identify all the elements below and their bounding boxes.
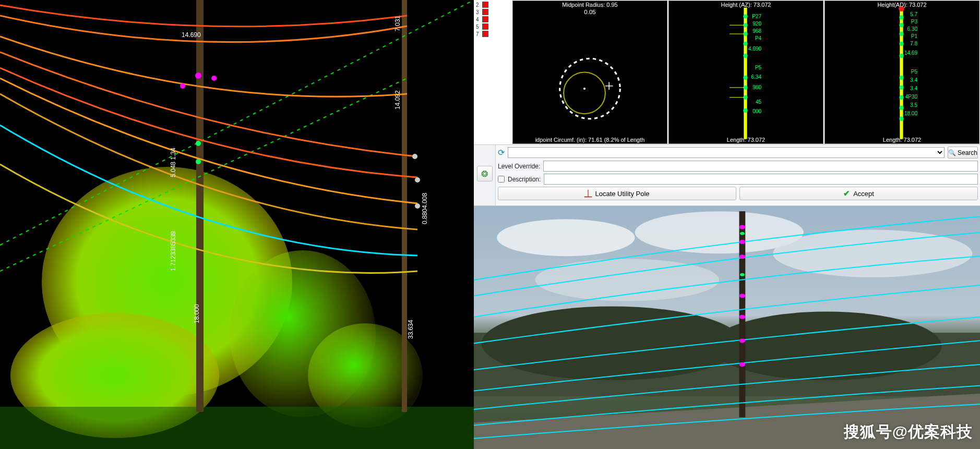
- mini-bottom: Length: 73.072: [825, 137, 979, 143]
- legend-num: 7: [476, 31, 479, 37]
- label-mid-l2: 1.7123385339: [170, 231, 177, 271]
- svg-point-39: [899, 23, 903, 27]
- svg-point-43: [899, 76, 903, 80]
- svg-point-10: [180, 83, 185, 89]
- svg-point-42: [899, 54, 903, 58]
- search-dropdown[interactable]: [508, 147, 945, 158]
- description-input[interactable]: [544, 174, 978, 185]
- marker-label: 6.34: [751, 74, 761, 80]
- label-right-1: 7.031: [394, 16, 401, 31]
- marker-label: 980: [752, 84, 761, 90]
- label-ground: 18.000: [193, 304, 200, 323]
- svg-point-62: [739, 338, 746, 343]
- marker-label: P1: [911, 33, 917, 39]
- marker-label: 45: [756, 99, 761, 105]
- side-icon-column: ❂: [474, 145, 496, 205]
- level-override-label: Level Override:: [498, 163, 540, 170]
- svg-point-14: [412, 154, 417, 159]
- midpoint-svg: 0.05: [513, 1, 667, 143]
- label-right-2: 14.092: [394, 90, 401, 110]
- svg-point-44: [899, 86, 903, 90]
- main-lidar-viewport[interactable]: 14.690 7.031 14.092 5.048 1.34 1.7123385…: [0, 0, 474, 449]
- mini-title: Height (AZ): 73.072: [669, 2, 823, 8]
- description-label: Description:: [508, 176, 541, 183]
- svg-point-40: [899, 32, 903, 36]
- svg-point-26: [743, 42, 747, 46]
- locate-utility-pole-button[interactable]: ⏊ Locate Utility Pole: [498, 187, 736, 200]
- svg-point-47: [899, 117, 903, 121]
- refresh-icon[interactable]: ⟳: [498, 148, 505, 157]
- legend-swatch: [482, 23, 488, 30]
- svg-point-28: [743, 76, 747, 80]
- marker-label: 14.69: [904, 50, 917, 56]
- search-icon: 🔍: [948, 149, 956, 156]
- svg-point-16: [415, 203, 420, 209]
- midpoint-center-value: 0.05: [584, 9, 595, 15]
- height-az-view[interactable]: Height (AZ): 73.072 P27 920 968 P4 4.690…: [668, 1, 823, 144]
- label-top-pole: 14.690: [182, 31, 201, 39]
- level-override-input[interactable]: [543, 161, 978, 172]
- svg-point-61: [739, 315, 746, 319]
- marker-label: P4: [755, 35, 761, 41]
- marker-label: 920: [752, 21, 761, 27]
- svg-point-63: [739, 362, 746, 367]
- lidar-svg: [0, 0, 474, 449]
- marker-label: P3: [911, 19, 917, 25]
- height-ad-view[interactable]: Height(AD): 73.072 5.7 P3 6.30 P1 7.8 14…: [824, 1, 979, 144]
- mini-view-row: 2 3 4 5 7 Midpoint Radius: 0.95 0.05 idp…: [474, 0, 980, 145]
- street-svg: [474, 206, 980, 449]
- marker-label: 3.4: [910, 77, 917, 83]
- svg-point-23: [743, 14, 747, 18]
- label-right-3: 0.8804.008: [421, 193, 428, 224]
- svg-point-64: [740, 232, 745, 235]
- svg-point-13: [196, 159, 201, 164]
- locate-button-label: Locate Utility Pole: [595, 190, 649, 198]
- svg-point-19: [583, 88, 585, 90]
- midpoint-radius-view[interactable]: Midpoint Radius: 0.95 0.05 idpoint Circu…: [512, 1, 667, 144]
- marker-label: 000: [752, 108, 761, 114]
- svg-point-57: [739, 225, 746, 229]
- label-right-4: 33.634: [407, 320, 414, 339]
- svg-point-58: [739, 240, 746, 244]
- accept-button[interactable]: ✔ Accept: [739, 187, 978, 200]
- svg-point-48: [497, 219, 635, 256]
- marker-label: P5: [755, 65, 761, 70]
- svg-point-60: [739, 294, 746, 298]
- svg-point-9: [195, 72, 201, 79]
- svg-rect-4: [0, 407, 474, 449]
- marker-label: 968: [752, 28, 761, 34]
- marker-label: 3.5: [910, 102, 917, 108]
- svg-point-24: [743, 23, 747, 27]
- legend-swatch: [482, 9, 488, 15]
- legend-num: 5: [476, 24, 479, 30]
- search-button[interactable]: 🔍 Search: [948, 147, 978, 159]
- marker-label: P27: [752, 14, 761, 19]
- svg-point-65: [740, 273, 745, 276]
- svg-point-59: [739, 254, 746, 259]
- svg-point-17: [560, 58, 620, 119]
- marker-label: 3.4: [910, 86, 917, 91]
- marker-label: 4.690: [748, 46, 761, 52]
- legend-num: 4: [476, 17, 479, 22]
- legend-swatch: [482, 2, 488, 8]
- svg-point-41: [899, 42, 903, 46]
- watermark-text: 搜狐号@优案科技: [844, 421, 973, 443]
- accept-button-label: Accept: [853, 190, 874, 198]
- street-level-view[interactable]: 搜狐号@优案科技: [474, 206, 980, 449]
- class-legend: 2 3 4 5 7: [474, 0, 512, 144]
- globe-button[interactable]: ❂: [477, 166, 493, 181]
- right-pane: 2 3 4 5 7 Midpoint Radius: 0.95 0.05 idp…: [474, 0, 980, 449]
- marker-label: 6.30: [907, 26, 917, 32]
- svg-rect-6: [402, 0, 407, 412]
- legend-num: 2: [476, 2, 479, 8]
- svg-point-25: [743, 32, 747, 36]
- marker-label: 4P30: [905, 94, 917, 100]
- marker-label: P5: [911, 69, 917, 75]
- label-mid-l1: 5.048 1.34: [170, 148, 177, 177]
- legend-swatch: [482, 16, 488, 22]
- description-checkbox[interactable]: [498, 176, 505, 183]
- marker-label: 7.8: [910, 41, 917, 46]
- mini-bottom: Length: 73.072: [669, 137, 823, 143]
- svg-point-18: [564, 72, 605, 114]
- legend-num: 3: [476, 9, 479, 15]
